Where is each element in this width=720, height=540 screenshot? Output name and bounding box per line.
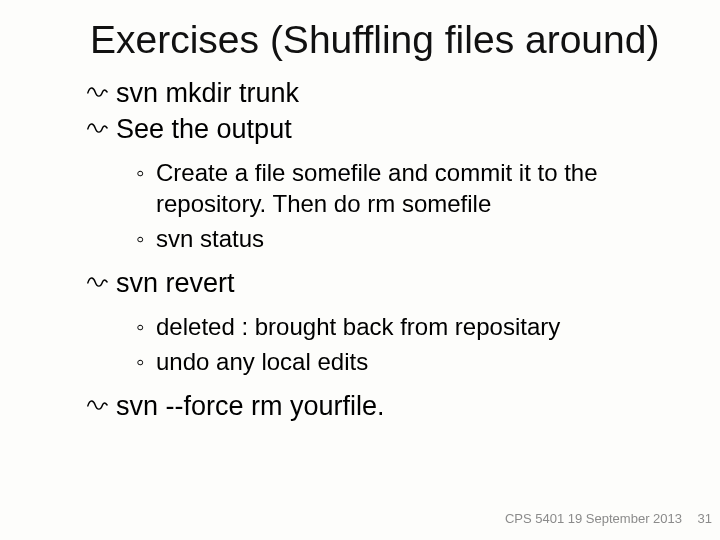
bullet-svn-mkdir: svn mkdir trunk [116,77,690,111]
subbullet-svn-status: svn status [144,224,690,255]
bullet-text: svn revert [116,268,235,298]
slide: Exercises (Shuffling files around) svn m… [0,0,720,540]
scribble-icon [86,83,110,103]
bullet-svn-force-rm: svn --force rm yourfile. [116,390,690,424]
bullet-text: svn --force rm yourfile. [116,391,385,421]
scribble-icon [86,119,110,139]
scribble-icon [86,273,110,293]
footer-text: CPS 5401 19 September 2013 [505,511,682,526]
subbullet-text: undo any local edits [156,348,368,375]
subbullet-text: deleted : brought back from repositary [156,313,560,340]
subbullet-undo-edits: undo any local edits [144,347,690,378]
page-number: 31 [698,511,712,526]
bullet-text: svn mkdir trunk [116,78,299,108]
subbullet-text: svn status [156,225,264,252]
scribble-icon [86,396,110,416]
bullet-see-output: See the output [116,113,690,147]
slide-title: Exercises (Shuffling files around) [90,18,690,63]
bullet-text: See the output [116,114,292,144]
subbullet-create-file: Create a file somefile and commit it to … [144,158,690,219]
bullet-svn-revert: svn revert [116,267,690,301]
subbullet-text: Create a file somefile and commit it to … [156,159,598,217]
subbullet-deleted: deleted : brought back from repositary [144,312,690,343]
